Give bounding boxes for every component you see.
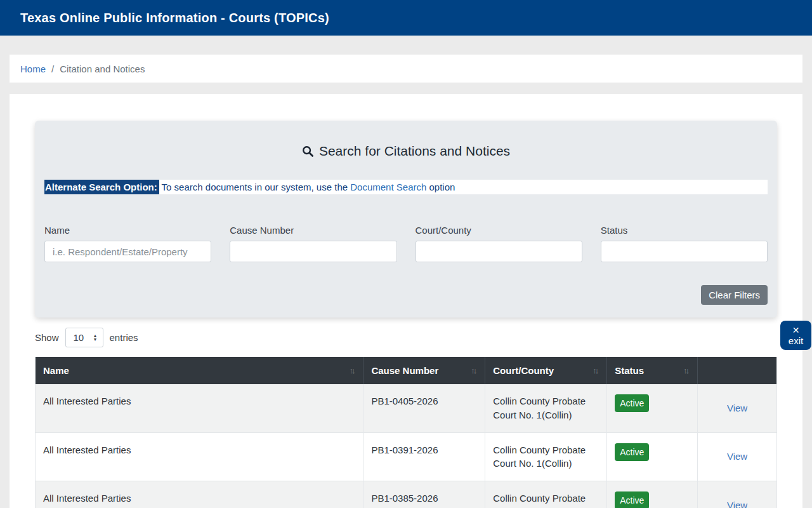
cause-number-field-label: Cause Number bbox=[230, 225, 396, 236]
cell-action: View bbox=[698, 432, 777, 481]
cell-court-county: Collin County Probate Court No. 1(Collin… bbox=[485, 481, 607, 508]
cell-court-county: Collin County Probate Court No. 1(Collin… bbox=[485, 432, 607, 481]
name-input[interactable] bbox=[44, 241, 211, 262]
alternate-search-notice: Alternate Search Option: To search docum… bbox=[44, 180, 768, 194]
column-header-cause-number[interactable]: Cause Number ↑↓ bbox=[363, 357, 485, 384]
results-table: Name ↑↓ Cause Number ↑↓ Court/County ↑↓ … bbox=[35, 357, 777, 508]
status-input[interactable] bbox=[601, 241, 768, 262]
field-cause-number: Cause Number bbox=[230, 225, 396, 262]
field-court-county: Court/County bbox=[416, 225, 582, 262]
breadcrumb: Home / Citation and Notices bbox=[10, 55, 802, 83]
view-link[interactable]: View bbox=[727, 451, 747, 462]
sort-icon: ↑↓ bbox=[593, 366, 599, 375]
clear-filters-row: Clear Filters bbox=[44, 285, 768, 305]
column-header-actions bbox=[698, 357, 777, 384]
results-table-wrap: Name ↑↓ Cause Number ↑↓ Court/County ↑↓ … bbox=[35, 357, 777, 508]
view-link[interactable]: View bbox=[727, 500, 747, 508]
field-name: Name bbox=[44, 225, 211, 262]
cell-status: Active bbox=[607, 384, 698, 432]
column-header-name[interactable]: Name ↑↓ bbox=[36, 357, 363, 384]
document-search-link[interactable]: Document Search bbox=[350, 182, 426, 192]
view-link[interactable]: View bbox=[727, 403, 747, 413]
table-row: All Interested Parties PB1-0405-2026 Col… bbox=[36, 384, 777, 432]
column-header-status[interactable]: Status ↑↓ bbox=[607, 357, 698, 384]
cell-name: All Interested Parties bbox=[36, 384, 363, 432]
status-badge: Active bbox=[615, 491, 649, 508]
column-header-court-county[interactable]: Court/County ↑↓ bbox=[485, 357, 607, 384]
cell-action: View bbox=[698, 481, 777, 508]
table-row: All Interested Parties PB1-0385-2026 Col… bbox=[36, 481, 777, 508]
alternate-search-label: Alternate Search Option: bbox=[44, 180, 159, 194]
close-icon: ✕ bbox=[792, 325, 800, 335]
breadcrumb-separator: / bbox=[51, 64, 54, 74]
show-label: Show bbox=[35, 332, 59, 343]
search-panel: Search for Citations and Notices Alterna… bbox=[35, 121, 777, 318]
cell-name: All Interested Parties bbox=[36, 432, 363, 481]
cell-cause-number: PB1-0385-2026 bbox=[363, 481, 485, 508]
cell-status: Active bbox=[607, 481, 698, 508]
page-title: Texas Online Public Information - Courts… bbox=[20, 11, 329, 25]
sort-icon: ↑↓ bbox=[471, 366, 477, 375]
field-status: Status bbox=[601, 225, 768, 262]
status-badge: Active bbox=[615, 394, 649, 412]
table-header-row: Name ↑↓ Cause Number ↑↓ Court/County ↑↓ … bbox=[36, 357, 777, 384]
clear-filters-button[interactable]: Clear Filters bbox=[701, 285, 768, 305]
cell-name: All Interested Parties bbox=[36, 481, 363, 508]
sort-icon: ↑↓ bbox=[683, 366, 690, 375]
alternate-search-text-before: To search documents in our system, use t… bbox=[159, 182, 351, 192]
entries-per-page-select[interactable]: 10 ▲ ▼ bbox=[65, 328, 103, 347]
sort-icon: ↑↓ bbox=[349, 366, 355, 375]
exit-button-label: exit bbox=[789, 335, 803, 346]
table-row: All Interested Parties PB1-0391-2026 Col… bbox=[36, 432, 777, 481]
content-card: Search for Citations and Notices Alterna… bbox=[10, 94, 802, 508]
entries-label: entries bbox=[110, 332, 138, 343]
court-county-input[interactable] bbox=[416, 241, 582, 262]
name-field-label: Name bbox=[44, 225, 211, 236]
select-arrows-icon: ▲ ▼ bbox=[93, 334, 98, 342]
entries-control: Show 10 ▲ ▼ entries bbox=[35, 328, 777, 347]
app-header: Texas Online Public Information - Courts… bbox=[0, 0, 812, 36]
cell-cause-number: PB1-0391-2026 bbox=[363, 432, 485, 481]
breadcrumb-home-link[interactable]: Home bbox=[20, 64, 46, 74]
exit-button[interactable]: ✕ exit bbox=[780, 321, 811, 350]
entries-selected-value: 10 bbox=[74, 332, 84, 343]
status-badge: Active bbox=[615, 443, 649, 461]
cell-cause-number: PB1-0405-2026 bbox=[363, 384, 485, 432]
court-county-field-label: Court/County bbox=[416, 225, 582, 236]
search-panel-title-text: Search for Citations and Notices bbox=[319, 144, 510, 159]
search-icon bbox=[302, 145, 314, 157]
cell-status: Active bbox=[607, 432, 698, 481]
search-panel-title: Search for Citations and Notices bbox=[44, 144, 768, 159]
status-field-label: Status bbox=[601, 225, 768, 236]
breadcrumb-current: Citation and Notices bbox=[60, 64, 145, 74]
search-fields-row: Name Cause Number Court/County Status bbox=[44, 225, 768, 262]
cell-court-county: Collin County Probate Court No. 1(Collin… bbox=[485, 384, 607, 432]
cause-number-input[interactable] bbox=[230, 241, 396, 262]
alternate-search-text-after: option bbox=[426, 182, 455, 192]
cell-action: View bbox=[698, 384, 777, 432]
